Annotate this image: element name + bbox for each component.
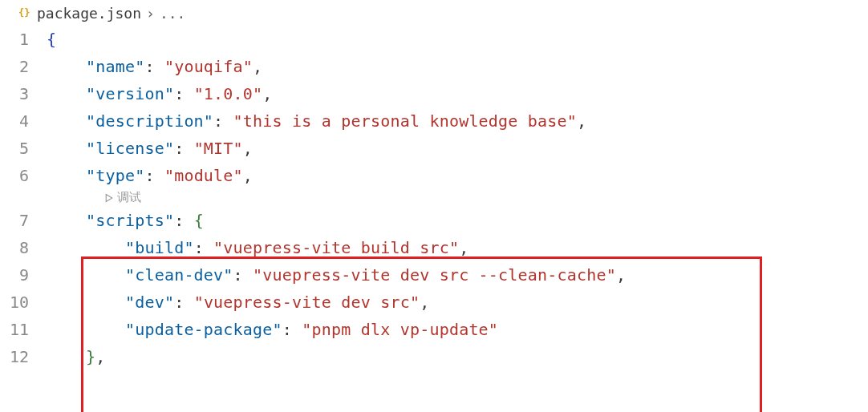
code-line[interactable]: 10 "dev": "vuepress-vite dev src", xyxy=(0,289,868,316)
chevron-right-icon: › xyxy=(146,5,155,22)
code-line[interactable]: 7 "scripts": { xyxy=(0,207,868,234)
json-string: "1.0.0" xyxy=(194,84,263,103)
json-string: "module" xyxy=(164,166,243,185)
line-number: 8 xyxy=(0,234,47,261)
line-number: 6 xyxy=(0,162,47,189)
brace-open: { xyxy=(47,30,56,49)
code-line[interactable]: 5 "license": "MIT", xyxy=(0,135,868,162)
json-file-icon: {} xyxy=(18,6,32,20)
brace-close: } xyxy=(86,347,95,366)
line-number: 1 xyxy=(0,26,47,53)
json-key: "license" xyxy=(86,139,174,158)
json-key: "description" xyxy=(86,111,213,131)
code-line[interactable]: 9 "clean-dev": "vuepress-vite dev src --… xyxy=(0,261,868,289)
code-line[interactable]: 12 }, xyxy=(0,343,868,370)
code-line[interactable]: 2 "name": "youqifa", xyxy=(0,53,868,80)
json-string: "pnpm dlx vp-update" xyxy=(302,320,498,339)
code-line[interactable]: 1 { xyxy=(0,26,868,53)
json-string: "this is a personal knowledge base" xyxy=(233,111,577,131)
code-line[interactable]: 4 "description": "this is a personal kno… xyxy=(0,107,868,135)
line-number: 3 xyxy=(0,80,47,107)
json-key: "dev" xyxy=(125,293,174,312)
line-number: 11 xyxy=(0,316,47,343)
line-number: 12 xyxy=(0,343,47,370)
codelens[interactable]: 调试 xyxy=(0,189,868,207)
svg-text:{}: {} xyxy=(18,7,30,18)
json-string: "vuepress-vite dev src --clean-cache" xyxy=(253,265,616,285)
json-string: "vuepress-vite build src" xyxy=(213,238,459,257)
line-number: 4 xyxy=(0,107,47,135)
json-key: "clean-dev" xyxy=(125,265,233,285)
json-key: "scripts" xyxy=(86,211,174,230)
json-key: "build" xyxy=(125,238,194,257)
json-key: "update-package" xyxy=(125,320,282,339)
breadcrumb-ellipsis[interactable]: ... xyxy=(160,5,186,22)
code-editor[interactable]: 1 { 2 "name": "youqifa", 3 "version": "1… xyxy=(0,26,868,370)
code-line[interactable]: 11 "update-package": "pnpm dlx vp-update… xyxy=(0,316,868,343)
json-string: "vuepress-vite dev src" xyxy=(194,293,420,312)
code-line[interactable]: 8 "build": "vuepress-vite build src", xyxy=(0,234,868,261)
json-string: "MIT" xyxy=(194,139,243,158)
line-number: 2 xyxy=(0,53,47,80)
line-number: 7 xyxy=(0,207,47,234)
play-icon xyxy=(104,193,114,203)
json-string: "youqifa" xyxy=(164,57,253,76)
json-key: "type" xyxy=(86,166,144,185)
codelens-label[interactable]: 调试 xyxy=(117,188,141,208)
code-line[interactable]: 3 "version": "1.0.0", xyxy=(0,80,868,107)
breadcrumb-filename[interactable]: package.json xyxy=(37,5,141,22)
line-number: 5 xyxy=(0,135,47,162)
json-key: "name" xyxy=(86,57,144,76)
json-key: "version" xyxy=(86,84,174,103)
line-number: 10 xyxy=(0,289,47,316)
breadcrumb[interactable]: {} package.json › ... xyxy=(0,0,868,26)
brace-open: { xyxy=(194,211,204,230)
code-line[interactable]: 6 "type": "module", xyxy=(0,162,868,189)
line-number: 9 xyxy=(0,261,47,289)
